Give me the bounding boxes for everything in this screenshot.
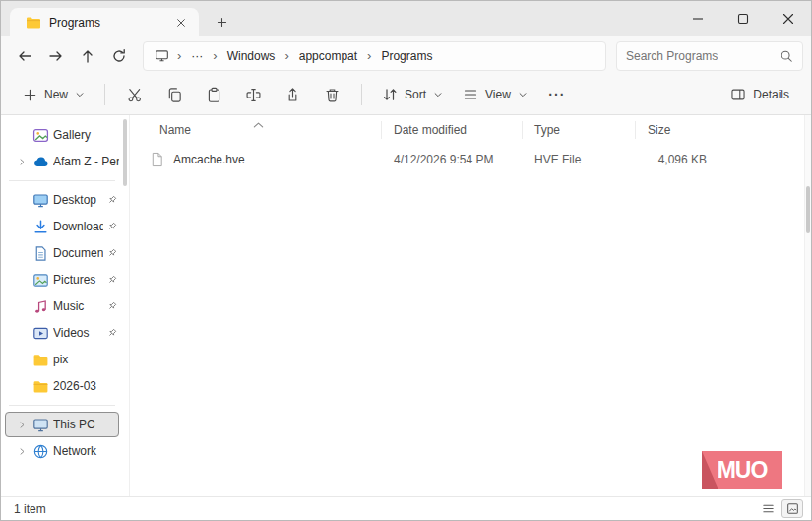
share-button[interactable]: [274, 79, 311, 110]
minimize-button[interactable]: [675, 1, 720, 36]
pin-icon: [107, 301, 119, 311]
breadcrumb-item-windows[interactable]: Windows: [220, 46, 282, 66]
file-date-modified: 4/12/2026 9:54 PM: [382, 153, 523, 166]
view-toggles: [757, 499, 803, 518]
breadcrumb-item-programs[interactable]: Programs: [374, 46, 439, 66]
breadcrumb-chevron: ›: [211, 48, 219, 63]
pin-icon: [107, 248, 119, 258]
muo-watermark-text: MUO: [718, 457, 768, 484]
breadcrumb-chevron: ›: [365, 48, 373, 63]
sidebar-item-pictures[interactable]: Pictures: [5, 267, 119, 293]
titlebar: Programs: [1, 1, 811, 36]
network-icon: [32, 443, 49, 460]
tab-close-button[interactable]: [171, 13, 191, 33]
list-view-icon: [762, 502, 775, 515]
this-pc-icon: [32, 417, 49, 433]
sidebar-item-gallery[interactable]: Gallery: [5, 122, 119, 148]
this-pc-icon[interactable]: [150, 48, 174, 63]
search-input[interactable]: [626, 49, 774, 63]
chevron-right-icon[interactable]: [15, 445, 29, 457]
sidebar-divider: [9, 180, 115, 181]
pin-icon: [107, 275, 119, 285]
sidebar-item-desktop[interactable]: Desktop: [5, 187, 119, 213]
column-header-type[interactable]: Type: [523, 121, 636, 139]
toolbar-divider: [361, 84, 362, 105]
rename-button[interactable]: [234, 79, 272, 110]
view-button-label: View: [485, 88, 511, 101]
content-scrollbar-thumb[interactable]: [806, 186, 810, 233]
videos-icon: [32, 325, 49, 342]
column-header-name[interactable]: Name: [136, 121, 382, 139]
copy-button[interactable]: [156, 79, 193, 110]
large-icons-view-toggle[interactable]: [781, 499, 803, 518]
delete-button[interactable]: [313, 79, 350, 110]
sort-button-label: Sort: [405, 88, 426, 101]
sidebar-item-downloads[interactable]: Downloads: [5, 214, 119, 239]
breadcrumb-chevron: ›: [175, 48, 183, 63]
sidebar-item-onedrive[interactable]: Afam Z - Person: [5, 149, 119, 174]
view-button[interactable]: View: [454, 79, 536, 110]
explorer-body: Gallery Afam Z - Person Desktop Download…: [1, 115, 811, 496]
pictures-icon: [32, 272, 49, 289]
file-icon: [150, 152, 164, 167]
file-row[interactable]: Amcache.hve 4/12/2026 9:54 PM HVE File 4…: [136, 145, 804, 173]
sidebar-item-documents[interactable]: Documents: [5, 240, 119, 266]
folder-icon: [26, 16, 41, 30]
muo-watermark-fold: [702, 451, 718, 489]
chevron-right-icon[interactable]: [15, 156, 29, 167]
column-header-size[interactable]: Size: [636, 121, 718, 139]
details-pane-button[interactable]: Details: [721, 79, 798, 110]
sidebar-item-this-pc[interactable]: This PC: [5, 412, 119, 437]
pin-icon: [107, 195, 119, 205]
refresh-button[interactable]: [103, 41, 135, 71]
status-bar: 1 item: [1, 496, 811, 520]
close-button[interactable]: [766, 1, 811, 36]
sort-button[interactable]: Sort: [373, 79, 452, 110]
forward-button[interactable]: [40, 41, 72, 71]
navigation-bar: › ··· › Windows › appcompat › Programs: [1, 36, 811, 75]
pin-icon: [107, 222, 119, 231]
onedrive-icon: [32, 154, 49, 170]
column-header-date-modified[interactable]: Date modified: [382, 121, 523, 139]
share-icon: [284, 87, 301, 103]
chevron-right-icon[interactable]: [15, 419, 29, 430]
up-button[interactable]: [72, 41, 103, 71]
sidebar-scrollbar[interactable]: [123, 119, 127, 186]
sidebar-item-2026-03[interactable]: 2026-03: [5, 373, 119, 399]
navigation-pane: Gallery Afam Z - Person Desktop Download…: [1, 115, 130, 496]
trash-icon: [324, 87, 341, 103]
pin-icon: [107, 328, 119, 338]
more-options-button[interactable]: ···: [538, 79, 576, 110]
cut-button[interactable]: [116, 79, 154, 110]
search-icon[interactable]: [780, 49, 793, 63]
plus-icon: [23, 88, 37, 102]
breadcrumb-chevron: ›: [282, 48, 290, 63]
sidebar-item-pix[interactable]: pix: [5, 347, 119, 372]
back-button[interactable]: [9, 41, 40, 71]
rename-icon: [245, 87, 262, 103]
breadcrumb-overflow[interactable]: ···: [184, 46, 210, 66]
new-tab-button[interactable]: [207, 9, 236, 34]
sidebar-item-network[interactable]: Network: [5, 438, 119, 464]
paste-button[interactable]: [195, 79, 232, 110]
gallery-icon: [32, 127, 49, 144]
sidebar-item-label: pix: [53, 353, 119, 366]
desktop-icon: [32, 192, 49, 209]
new-button[interactable]: New: [14, 79, 94, 110]
thumbnail-view-icon: [786, 502, 799, 515]
explorer-tab[interactable]: Programs: [10, 8, 199, 36]
content-scrollbar[interactable]: [804, 115, 811, 496]
address-bar[interactable]: › ··· › Windows › appcompat › Programs: [143, 41, 606, 71]
details-view-toggle[interactable]: [757, 499, 779, 518]
sidebar-item-label: Pictures: [53, 273, 103, 287]
breadcrumb-item-appcompat[interactable]: appcompat: [292, 46, 364, 66]
file-list-area: Name Date modified Type Size Amcache.hve…: [130, 115, 804, 496]
maximize-button[interactable]: [720, 1, 766, 36]
view-icon: [463, 87, 478, 102]
sidebar-item-videos[interactable]: Videos: [5, 320, 119, 346]
clipboard-icon: [206, 87, 222, 103]
toolbar-divider: [104, 84, 105, 105]
chevron-down-icon: [75, 90, 85, 99]
sidebar-item-music[interactable]: Music: [5, 293, 119, 319]
file-explorer-window: Programs: [0, 0, 812, 521]
